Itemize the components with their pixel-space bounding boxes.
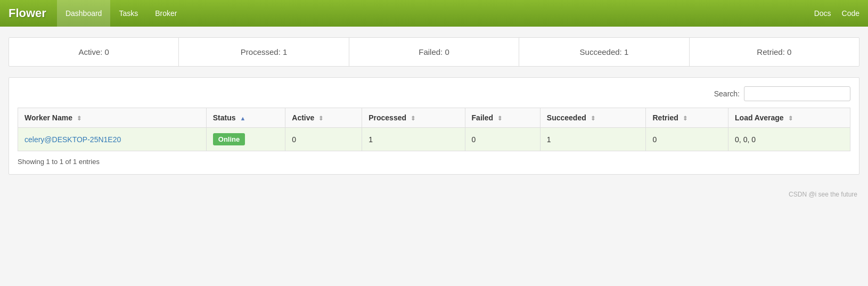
nav-tasks[interactable]: Tasks: [110, 0, 146, 27]
sort-status-icon: ▲: [240, 115, 245, 121]
sort-succeeded-icon: ⇕: [591, 115, 595, 122]
footer: CSDN @i see the future: [0, 185, 868, 203]
nav-dashboard[interactable]: Dashboard: [57, 0, 111, 27]
col-status[interactable]: Status ▲: [206, 108, 285, 128]
col-load-average[interactable]: Load Average ⇕: [728, 108, 850, 128]
stat-processed: Processed: 1: [179, 38, 349, 66]
col-succeeded[interactable]: Succeeded ⇕: [540, 108, 646, 128]
status-badge-online: Online: [213, 133, 245, 145]
table-row[interactable]: celery@DESKTOP-25N1E20 Online 0 1 0 1 0 …: [18, 128, 850, 151]
app-brand: Flower: [9, 6, 46, 20]
cell-retried: 0: [646, 128, 728, 151]
stat-succeeded: Succeeded: 1: [519, 38, 689, 66]
cell-failed: 0: [465, 128, 540, 151]
stat-retried: Retried: 0: [690, 38, 859, 66]
nav-code[interactable]: Code: [842, 9, 859, 18]
col-worker-name[interactable]: Worker Name ⇕: [18, 108, 207, 128]
stat-failed: Failed: 0: [349, 38, 519, 66]
nav-links: Dashboard Tasks Broker: [57, 0, 814, 27]
sort-retried-icon: ⇕: [683, 115, 687, 122]
sort-load-avg-icon: ⇕: [788, 115, 793, 122]
col-retried[interactable]: Retried ⇕: [646, 108, 728, 128]
sort-processed-icon: ⇕: [411, 115, 415, 122]
cell-processed: 1: [362, 128, 465, 151]
cell-load-average: 0, 0, 0: [728, 128, 850, 151]
search-row: Search:: [18, 86, 850, 101]
search-label: Search:: [714, 89, 740, 98]
stat-active: Active: 0: [9, 38, 179, 66]
sort-failed-icon: ⇕: [497, 115, 502, 122]
stats-bar: Active: 0 Processed: 1 Failed: 0 Succeed…: [9, 37, 859, 67]
workers-table: Worker Name ⇕ Status ▲ Active ⇕ Processe…: [18, 108, 850, 151]
col-active[interactable]: Active ⇕: [285, 108, 362, 128]
search-input[interactable]: [744, 86, 850, 101]
sort-worker-name-icon: ⇕: [77, 115, 81, 122]
cell-worker-name: celery@DESKTOP-25N1E20: [18, 128, 207, 151]
entries-info: Showing 1 to 1 of 1 entries: [18, 158, 850, 166]
sort-active-icon: ⇕: [318, 115, 323, 122]
col-failed[interactable]: Failed ⇕: [465, 108, 540, 128]
navbar: Flower Dashboard Tasks Broker Docs Code: [0, 0, 868, 27]
table-container: Worker Name ⇕ Status ▲ Active ⇕ Processe…: [18, 108, 850, 151]
table-header-row: Worker Name ⇕ Status ▲ Active ⇕ Processe…: [18, 108, 850, 128]
nav-right: Docs Code: [814, 9, 859, 18]
cell-status: Online: [206, 128, 285, 151]
worker-link[interactable]: celery@DESKTOP-25N1E20: [24, 135, 121, 144]
col-processed[interactable]: Processed ⇕: [362, 108, 465, 128]
main-panel: Search: Worker Name ⇕ Status ▲ Active ⇕: [9, 77, 859, 175]
nav-docs[interactable]: Docs: [814, 9, 831, 18]
nav-broker[interactable]: Broker: [146, 0, 185, 27]
cell-active: 0: [285, 128, 362, 151]
cell-succeeded: 1: [540, 128, 646, 151]
